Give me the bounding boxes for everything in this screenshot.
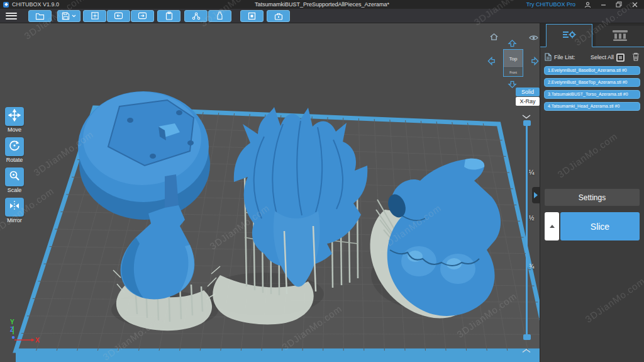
file-list-item[interactable]: 1.EvelynnBust_BaseBot_Azerama.stl #0 [544, 66, 640, 75]
file-list: 1.EvelynnBust_BaseBot_Azerama.stl #0 2.E… [540, 66, 644, 111]
rotate-tool[interactable]: Rotate [5, 137, 24, 163]
file-list-header: File List: Select All [540, 52, 644, 62]
rotate-right-arrow[interactable] [529, 56, 540, 67]
move-icon [8, 109, 21, 124]
build-plate-scene [0, 23, 540, 362]
rotate-label: Rotate [6, 157, 23, 163]
mirror-label: Mirror [7, 217, 22, 223]
view-cube-front-face[interactable]: Front [504, 67, 523, 76]
open-folder-icon [35, 12, 45, 20]
support-pillars-icon [612, 29, 628, 44]
restore-button[interactable] [615, 1, 623, 8]
settings-button[interactable]: Settings [545, 189, 640, 206]
toolbar [0, 9, 644, 23]
export-icon [138, 12, 147, 20]
select-all-label: Select All [591, 54, 614, 60]
axis-indicator: Y Z X [4, 317, 42, 347]
arrow-right-icon [534, 192, 538, 198]
hollow-button[interactable] [208, 10, 231, 22]
axis-y-label: Y [10, 319, 14, 325]
tab-support[interactable] [596, 26, 644, 47]
rotate-left-arrow[interactable] [487, 56, 498, 67]
clone-model-button[interactable] [157, 10, 180, 22]
view-navigation: Top Front [484, 31, 540, 89]
delete-icon[interactable] [632, 52, 640, 62]
dig-hole-icon [248, 12, 256, 20]
slider-chevron-up-icon[interactable] [521, 344, 531, 356]
file-list-item[interactable]: 4.Tatsumamki_Head_Azerama.stl #0 [544, 102, 640, 111]
slice-row: Slice [545, 212, 640, 240]
scale-tool[interactable]: Scale [5, 167, 24, 193]
dig-hole-button[interactable] [240, 10, 264, 22]
build-plate-front-edge [16, 351, 540, 362]
scale-icon [8, 169, 21, 184]
tab-slice-settings[interactable] [546, 24, 592, 47]
render-mode-toggle: Solid X-Ray [516, 88, 540, 106]
file-list-label: File List: [554, 54, 575, 60]
open-file-button[interactable] [28, 10, 52, 22]
transform-toolbar: Move Rotate Scale Mirror [0, 107, 29, 228]
move-label: Move [8, 127, 21, 133]
perspective-view-icon[interactable] [529, 33, 538, 44]
slider-threequarter-mark: ¾ [529, 263, 534, 270]
slider-quarter-mark: ¼ [529, 169, 534, 176]
slider-half-mark: ½ [529, 215, 534, 222]
support-edit-button[interactable] [184, 10, 208, 22]
panel-collapse-handle[interactable] [532, 187, 540, 203]
file-list-item[interactable]: 2.EvelynnBust_BaseTop_Azerama.stl #0 [544, 78, 640, 87]
chevron-down-icon [72, 14, 76, 18]
layer-slider-top-handle[interactable] [523, 120, 531, 126]
file-list-item[interactable]: 3.TatsumakiBUST_Torso_Azerama.stl #0 [544, 90, 640, 99]
rotate-icon [8, 139, 21, 154]
import-model-button[interactable] [107, 10, 130, 22]
panel-tabs [540, 23, 644, 47]
support-nodes-icon [192, 12, 201, 20]
import-icon [114, 12, 123, 20]
scale-label: Scale [8, 187, 22, 193]
title-bar: CHITUBOX V1.9.0 TatsumamkiBUST_PreSuppor… [0, 0, 644, 9]
layer-slider-track[interactable] [526, 123, 528, 338]
select-all-checkbox[interactable] [616, 54, 625, 62]
close-button[interactable] [631, 1, 638, 8]
fit-view-button[interactable] [83, 10, 106, 22]
layer-slider: ¼ ½ ¾ [516, 110, 538, 359]
fit-view-icon [91, 11, 99, 20]
rotate-up-arrow[interactable] [507, 38, 518, 50]
move-tool[interactable]: Move [5, 107, 24, 133]
settings-list-icon [562, 29, 577, 43]
slice-button[interactable]: Slice [560, 212, 640, 240]
save-file-button[interactable] [57, 10, 80, 22]
view-cube[interactable]: Top Front [503, 49, 523, 77]
solid-mode-button[interactable]: Solid [516, 88, 540, 96]
xray-mode-button[interactable]: X-Ray [516, 97, 540, 106]
mirror-icon [8, 200, 21, 215]
file-icon [545, 53, 552, 62]
bottle-icon [217, 11, 223, 20]
axis-x-label: X [35, 337, 40, 344]
slice-expand-button[interactable] [545, 212, 559, 240]
toolbox-icon [274, 12, 283, 20]
save-icon [62, 12, 70, 20]
export-model-button[interactable] [131, 10, 154, 22]
arrow-up-icon [550, 225, 555, 228]
viewport-3d[interactable]: Move Rotate Scale Mirror To [0, 23, 540, 362]
home-view-icon[interactable] [489, 32, 499, 44]
minimize-button[interactable] [599, 1, 607, 8]
clipboard-icon [165, 11, 173, 20]
account-icon[interactable] [584, 1, 591, 8]
menu-button[interactable] [6, 13, 17, 20]
model-base-top[interactable] [78, 91, 210, 220]
mirror-tool[interactable]: Mirror [5, 198, 24, 223]
layer-slider-bottom-handle[interactable] [523, 334, 531, 340]
toolbox-button[interactable] [267, 10, 290, 22]
view-cube-top-face[interactable]: Top [504, 50, 523, 67]
try-pro-link[interactable]: Try CHITUBOX Pro [526, 1, 575, 8]
right-panel: File List: Select All 1.EvelynnBust_Base… [540, 23, 644, 362]
